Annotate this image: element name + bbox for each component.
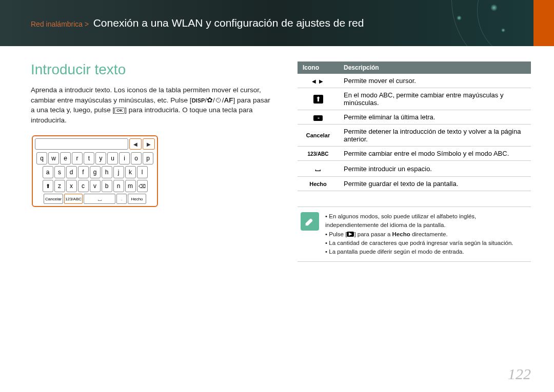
mode-toggle-button[interactable]: 123/ABC: [64, 194, 83, 204]
key-y[interactable]: y: [95, 152, 106, 164]
table-header-icon: Icono: [298, 61, 339, 74]
note-box: En algunos modos, solo puede utilizar el…: [298, 207, 531, 262]
cursor-right-button[interactable]: ▶: [143, 138, 155, 150]
ok-icon: OK: [114, 108, 125, 114]
decorative-dot: [501, 28, 505, 32]
breadcrumb-title: Conexión a una WLAN y configuración de a…: [93, 17, 364, 29]
key-u[interactable]: u: [107, 152, 118, 164]
key-k[interactable]: k: [125, 166, 136, 178]
desc-cell: Permite introducir un espacio.: [339, 161, 531, 177]
period-key[interactable]: .: [116, 194, 127, 204]
key-q[interactable]: q: [36, 152, 47, 164]
key-d[interactable]: d: [66, 166, 77, 178]
icon-cell: [298, 110, 339, 125]
table-row: Permite eliminar la última letra.: [298, 110, 531, 125]
table-row: 123/ABC Permite cambiar entre el modo Sí…: [298, 147, 531, 161]
arrows-icon: [312, 77, 325, 85]
key-n[interactable]: n: [113, 180, 124, 192]
key-b[interactable]: b: [102, 180, 112, 192]
key-a[interactable]: a: [43, 166, 53, 178]
key-c[interactable]: c: [78, 180, 89, 192]
cursor-left-button[interactable]: ◀: [129, 138, 142, 150]
note-list: En algunos modos, solo puede utilizar el…: [325, 212, 528, 256]
key-i[interactable]: i: [119, 152, 130, 164]
mode-icon: 123/ABC: [307, 151, 328, 157]
table-row: Cancelar Permite detener la introducción…: [298, 125, 531, 147]
shift-key[interactable]: [43, 180, 53, 192]
key-f[interactable]: f: [78, 166, 89, 178]
key-m[interactable]: m: [125, 180, 136, 192]
shift-icon: [313, 96, 323, 103]
icon-cell: [298, 161, 339, 177]
intro-paragraph: Aprenda a introducir texto. Los iconos d…: [31, 85, 272, 125]
key-h[interactable]: h: [102, 166, 112, 178]
note-bold: Hecho: [392, 231, 410, 237]
section-title: Introducir texto: [31, 61, 272, 78]
play-icon: ▶: [347, 232, 354, 237]
note-text: directamente.: [410, 231, 448, 237]
key-s[interactable]: s: [54, 166, 65, 178]
table-row: Hecho Permite guardar el texto de la pan…: [298, 177, 531, 191]
key-g[interactable]: g: [90, 166, 101, 178]
key-r[interactable]: r: [72, 152, 83, 164]
key-p[interactable]: p: [143, 152, 153, 164]
note-item: Pulse [▶] para pasar a Hecho directament…: [325, 230, 528, 239]
desc-cell: En el modo ABC, permite cambiar entre ma…: [339, 88, 531, 110]
note-item: La pantalla puede diferir según el modo …: [325, 247, 528, 256]
page-number: 122: [508, 365, 531, 383]
space-icon: [315, 166, 321, 173]
decorative-dot: [457, 15, 462, 20]
key-x[interactable]: x: [66, 180, 77, 192]
note-text: Pulse [: [329, 231, 347, 237]
icon-cell: [298, 74, 339, 88]
key-t[interactable]: t: [84, 152, 94, 164]
space-key[interactable]: [84, 194, 115, 204]
key-j[interactable]: j: [113, 166, 124, 178]
af-label: AF: [224, 96, 233, 104]
backspace-icon: [313, 115, 323, 121]
breadcrumb-prefix: Red inalámbrica >: [31, 20, 89, 28]
right-column: Icono Descripción Permite mover el curso…: [298, 61, 531, 262]
table-row: Permite introducir un espacio.: [298, 161, 531, 177]
done-label: Hecho: [309, 181, 327, 187]
icon-cell: [298, 88, 339, 110]
cancel-label: Cancelar: [306, 132, 330, 138]
keyboard-row-2: a s d f g h j k l: [35, 166, 155, 178]
key-o[interactable]: o: [131, 152, 142, 164]
note-item: La cantidad de caracteres que podrá ingr…: [325, 239, 528, 247]
key-v[interactable]: v: [90, 180, 101, 192]
left-column: Introducir texto Aprenda a introducir te…: [31, 61, 272, 262]
desc-cell: Permite detener la introducción de texto…: [339, 125, 531, 147]
icon-cell: Cancelar: [298, 125, 339, 147]
table-header-desc: Descripción: [339, 61, 531, 74]
onscreen-keyboard: ◀ ▶ q w e r t y u i o p a s d f g h: [32, 135, 158, 207]
done-button[interactable]: Hecho: [128, 194, 146, 204]
keyboard-row-3: z x c v b n m: [35, 180, 155, 192]
keyboard-bottom-row: Cancelar 123/ABC . Hecho: [35, 194, 155, 204]
key-z[interactable]: z: [54, 180, 65, 192]
key-e[interactable]: e: [60, 152, 71, 164]
cancel-button[interactable]: Cancelar: [44, 194, 63, 204]
keyboard-row-1: q w e r t y u i o p: [35, 152, 155, 164]
content-area: Introducir texto Aprenda a introducir te…: [0, 46, 554, 262]
desc-cell: Permite mover el cursor.: [339, 74, 531, 88]
icon-cell: 123/ABC: [298, 147, 339, 161]
macro-icon: ✿: [207, 96, 213, 104]
disp-label: DISP: [192, 98, 205, 104]
page-header: Red inalámbrica > Conexión a una WLAN y …: [0, 0, 554, 46]
note-item: En algunos modos, solo puede utilizar el…: [325, 212, 528, 230]
table-row: En el modo ABC, permite cambiar entre ma…: [298, 88, 531, 110]
decorative-dot: [490, 4, 498, 11]
icon-cell: Hecho: [298, 177, 339, 191]
key-w[interactable]: w: [48, 152, 59, 164]
desc-cell: Permite guardar el texto de la pantalla.: [339, 177, 531, 191]
timer-icon: ⏲: [215, 96, 222, 104]
backspace-key[interactable]: [137, 180, 148, 192]
breadcrumb: Red inalámbrica > Conexión a una WLAN y …: [31, 17, 364, 29]
table-row: Permite mover el cursor.: [298, 74, 531, 88]
icon-description-table: Icono Descripción Permite mover el curso…: [298, 61, 531, 191]
keyboard-input-field[interactable]: [35, 138, 128, 150]
note-icon: [301, 212, 319, 231]
key-l[interactable]: l: [137, 166, 148, 178]
desc-cell: Permite cambiar entre el modo Símbolo y …: [339, 147, 531, 161]
